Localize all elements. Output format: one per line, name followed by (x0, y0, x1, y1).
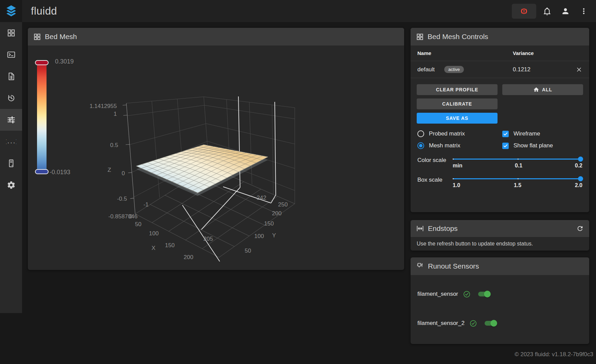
controls-title: Bed Mesh Controls (428, 33, 488, 41)
y-min-tick: -1 (143, 201, 148, 208)
box-scale-thumb[interactable] (578, 176, 583, 181)
profile-name: default (417, 66, 435, 73)
app-menu-button[interactable] (576, 4, 591, 19)
account-icon (561, 7, 570, 16)
color-scale-tick-mid: 0.1 (515, 163, 522, 169)
y-tick: 150 (264, 220, 274, 227)
nozzle-alert-icon (416, 262, 424, 270)
colorbar-max-handle[interactable] (35, 60, 49, 65)
column-name: Name (417, 50, 513, 56)
save-as-button[interactable]: SAVE AS (417, 113, 498, 124)
profile-row-default[interactable]: default active 0.1212 (411, 61, 589, 78)
probed-matrix-radio[interactable]: Probed matrix (417, 130, 502, 137)
box-scale-label: Box scale (417, 176, 453, 188)
bed-mesh-panel-header: Bed Mesh (28, 28, 404, 46)
z-max-label: 1.1412955 (90, 103, 117, 109)
version-footer: © 2023 fluidd: v1.18.2-7b9f0c3 (514, 351, 593, 358)
sensor-toggle-on[interactable] (478, 292, 490, 296)
endstops-title: Endstops (428, 224, 458, 233)
wireframe-checkbox[interactable]: Wireframe (502, 130, 582, 137)
dots-vertical-icon (579, 7, 588, 16)
remove-profile-button[interactable] (576, 66, 582, 73)
box-scale-tick-mid: 1.5 (514, 182, 521, 188)
notifications-button[interactable] (540, 4, 555, 19)
box-scale-slider-row: Box scale 1.0 1.5 2.0 (411, 176, 589, 188)
console-icon (7, 50, 16, 59)
bed-mesh-3d-plot[interactable]: 1.1412955 1 0.5 Z 0 -0.5 -0.8587046 0 -1… (28, 46, 404, 270)
checkbox-checked-icon (502, 143, 509, 149)
x-tick: 200 (184, 254, 193, 260)
y-tick: 250 (278, 201, 288, 208)
grid-icon (416, 33, 424, 41)
z-tick: -0.5 (117, 196, 127, 202)
sidebar-item-dashboard[interactable] (0, 22, 22, 44)
home-all-button[interactable]: ALL (502, 84, 583, 95)
clear-profile-button[interactable]: CLEAR PROFILE (417, 84, 498, 95)
color-scale-tick-min: min (453, 163, 462, 169)
runout-panel-header: Runout Sensors (411, 257, 589, 275)
mesh-matrix-radio[interactable]: Mesh matrix (417, 142, 502, 149)
bed-mesh-panel: Bed Mesh (28, 28, 404, 270)
runout-title: Runout Sensors (428, 262, 479, 270)
close-icon (576, 66, 582, 73)
colorbar-min-handle[interactable] (35, 169, 49, 174)
app-title: fluidd (31, 5, 57, 17)
bed-mesh-controls-panel: Bed Mesh Controls Name Variance default … (411, 28, 589, 212)
layers-logo-icon (5, 4, 18, 18)
sidebar-item-console[interactable] (0, 44, 22, 66)
sensor-toggle-on[interactable] (485, 321, 496, 326)
gear-icon (7, 181, 16, 189)
sidebar-item-system[interactable] (0, 152, 22, 174)
bell-icon (543, 7, 552, 16)
sidebar-item-configure[interactable]: {...} (0, 131, 22, 152)
color-scale-slider[interactable] (453, 157, 582, 162)
radio-on-icon (417, 142, 424, 149)
colorbar-max-value: 0.3019 (55, 58, 74, 65)
color-scale-thumb[interactable] (578, 157, 583, 162)
calibrate-button[interactable]: CALIBRATE (417, 98, 498, 109)
profile-variance: 0.1212 (513, 66, 530, 73)
box-scale-tick-min: 1.0 (453, 182, 460, 188)
user-button[interactable] (558, 4, 573, 19)
sidebar-item-history[interactable] (0, 87, 22, 109)
grid-icon (33, 33, 41, 41)
z-tick: 1 (114, 111, 117, 117)
runout-sensors-panel: Runout Sensors filament_sensor filament_… (411, 257, 589, 344)
server-icon (7, 159, 16, 168)
sidebar-item-settings[interactable] (0, 174, 22, 196)
x-tick: 150 (165, 242, 175, 249)
emergency-stop-button[interactable] (512, 4, 536, 19)
color-scale-tick-max: 0.2 (575, 163, 582, 169)
home-icon (533, 87, 539, 93)
active-badge: active (444, 66, 464, 73)
colorbar (37, 61, 47, 173)
sensor-name: filament_sensor_2 (417, 320, 465, 327)
sidebar-item-jobs[interactable] (0, 66, 22, 87)
profile-table-header: Name Variance (411, 46, 589, 61)
z-tick: 0.5 (110, 142, 118, 148)
fluidd-logo[interactable] (0, 0, 22, 22)
show-flat-plane-checkbox[interactable]: Show flat plane (502, 142, 582, 149)
refresh-endstops-button[interactable] (576, 225, 584, 232)
dashboard-icon (7, 29, 16, 37)
file-document-icon (7, 72, 16, 81)
x-bed-max-label: 205 (203, 236, 213, 242)
radio-off-icon (417, 130, 424, 137)
x-tick: 50 (135, 221, 142, 228)
x-tick: 100 (149, 230, 159, 237)
bed-mesh-title: Bed Mesh (45, 33, 77, 41)
y-tick: 200 (272, 210, 282, 217)
history-icon (7, 94, 16, 103)
endstops-icon (416, 224, 424, 233)
y-tick: 100 (254, 233, 264, 239)
refresh-icon (576, 225, 584, 232)
z-tick: 0 (122, 170, 125, 177)
sensor-row: filament_sensor (411, 289, 589, 299)
box-scale-slider[interactable] (453, 176, 582, 181)
check-circle-icon (463, 290, 471, 298)
endstops-message: Use the refresh button to update endstop… (411, 237, 589, 251)
svg-text:{...}: {...} (6, 139, 16, 144)
app-bar: fluidd (0, 0, 596, 22)
sidebar-item-tune[interactable] (0, 109, 22, 131)
surface-plot-svg: 1.1412955 1 0.5 Z 0 -0.5 -0.8587046 0 -1… (28, 46, 404, 270)
